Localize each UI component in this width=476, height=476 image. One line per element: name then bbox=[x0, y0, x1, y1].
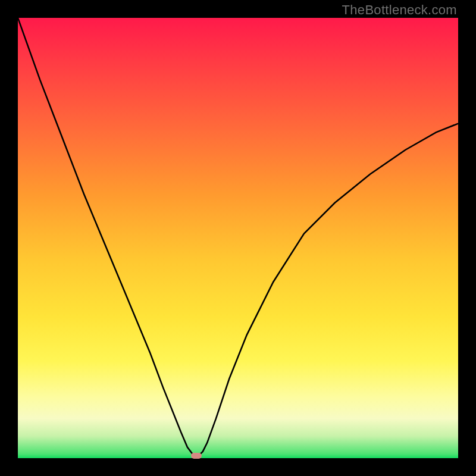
bottleneck-curve bbox=[18, 18, 458, 456]
optimal-point-marker bbox=[191, 453, 202, 459]
plot-area bbox=[18, 18, 458, 458]
watermark-text: TheBottleneck.com bbox=[342, 2, 457, 18]
curve-svg bbox=[18, 18, 458, 458]
chart-frame: TheBottleneck.com bbox=[0, 0, 476, 476]
